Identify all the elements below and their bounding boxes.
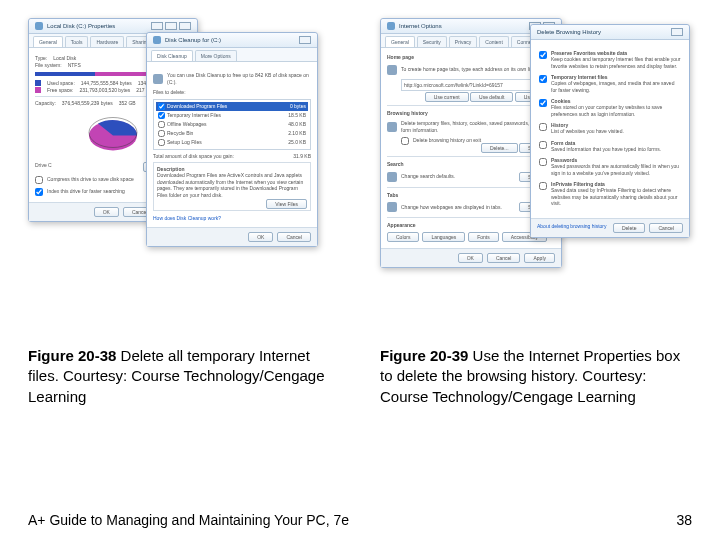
- captions-row: Figure 20-38 Delete all temporary Intern…: [28, 346, 692, 407]
- slide-footer: A+ Guide to Managing and Maintaining You…: [28, 512, 692, 528]
- help-link[interactable]: How does Disk Cleanup work?: [153, 215, 311, 221]
- type-label: Type:: [35, 55, 47, 61]
- delete-history-window: Delete Browsing History Preserve Favorit…: [530, 24, 690, 238]
- drive-label: Drive C: [35, 162, 52, 172]
- cap-label: Capacity:: [35, 100, 56, 106]
- compress-checkbox[interactable]: [35, 176, 43, 184]
- cancel-button[interactable]: Cancel: [277, 232, 311, 242]
- history-checkbox[interactable]: [539, 123, 547, 131]
- tab-security[interactable]: Security: [417, 36, 447, 47]
- home-icon: [387, 65, 397, 75]
- tab-hardware[interactable]: Hardware: [90, 36, 124, 47]
- cancel-button[interactable]: Cancel: [649, 223, 683, 233]
- figure-number: Figure 20-39: [380, 347, 468, 364]
- window-title: Disk Cleanup for (C:): [165, 37, 221, 43]
- file-size: 48.0 KB: [288, 121, 306, 128]
- figure-left-image: Local Disk (C:) Properties General Tools…: [28, 18, 340, 328]
- delete-button[interactable]: Delete: [613, 223, 645, 233]
- total-label: Total amount of disk space you gain:: [153, 153, 234, 159]
- file-name: Offline Webpages: [167, 121, 207, 128]
- history-checkbox[interactable]: [539, 99, 547, 107]
- files-list[interactable]: Downloaded Program Files0 bytes Temporar…: [153, 99, 311, 150]
- close-icon[interactable]: [179, 22, 191, 30]
- ok-button[interactable]: OK: [94, 207, 119, 217]
- history-item-text: Saved information that you have typed in…: [551, 146, 661, 153]
- history-checkbox[interactable]: [539, 182, 547, 190]
- tabs-icon: [387, 202, 397, 212]
- history-item-text: Saved passwords that are automatically f…: [551, 163, 681, 176]
- history-item: Preserve Favorites website dataKeep cook…: [539, 50, 681, 69]
- history-item-text: Keep cookies and temporary Internet file…: [551, 56, 681, 69]
- close-icon[interactable]: [671, 28, 683, 36]
- file-checkbox[interactable]: [158, 103, 165, 110]
- use-current-button[interactable]: Use current: [425, 92, 469, 102]
- tab-privacy[interactable]: Privacy: [449, 36, 477, 47]
- languages-button[interactable]: Languages: [422, 232, 465, 242]
- index-checkbox[interactable]: [35, 188, 43, 196]
- book-title: A+ Guide to Managing and Maintaining You…: [28, 512, 349, 528]
- tab-general[interactable]: General: [33, 36, 63, 47]
- fs-value: NTFS: [68, 62, 81, 68]
- ok-button[interactable]: OK: [458, 253, 483, 263]
- file-checkbox[interactable]: [158, 121, 165, 128]
- apply-button[interactable]: Apply: [524, 253, 555, 263]
- history-item-text: Saved data used by InPrivate Filtering t…: [551, 187, 681, 207]
- desc-text: Downloaded Program Files are ActiveX con…: [157, 172, 307, 198]
- file-checkbox[interactable]: [158, 139, 165, 146]
- tabs-text: Change how webpages are displayed in tab…: [401, 204, 502, 211]
- history-item: HistoryList of websites you have visited…: [539, 122, 681, 135]
- file-name: Recycle Bin: [167, 130, 193, 137]
- tab-general[interactable]: General: [385, 36, 415, 47]
- history-checkbox[interactable]: [539, 141, 547, 149]
- index-label: Index this drive for faster searching: [47, 188, 125, 194]
- fonts-button[interactable]: Fonts: [468, 232, 499, 242]
- min-icon[interactable]: [151, 22, 163, 30]
- delete-button[interactable]: Delete...: [481, 143, 518, 153]
- file-name: Downloaded Program Files: [167, 103, 227, 110]
- window-title: Internet Options: [399, 23, 442, 29]
- window-title: Local Disk (C:) Properties: [47, 23, 115, 29]
- tab-more-options[interactable]: More Options: [195, 50, 237, 61]
- window-controls: [151, 22, 191, 30]
- history-item-text: Copies of webpages, images, and media th…: [551, 80, 681, 93]
- file-size: 18.5 KB: [288, 112, 306, 119]
- file-size: 0 bytes: [290, 103, 306, 110]
- search-icon: [387, 172, 397, 182]
- history-checkbox[interactable]: [539, 51, 547, 59]
- window-controls: [671, 28, 683, 36]
- file-checkbox[interactable]: [158, 130, 165, 137]
- colors-button[interactable]: Colors: [387, 232, 419, 242]
- history-item: InPrivate Filtering dataSaved data used …: [539, 181, 681, 207]
- cancel-button[interactable]: Cancel: [487, 253, 521, 263]
- compress-label: Compress this drive to save disk space: [47, 176, 134, 182]
- history-checkbox[interactable]: [539, 75, 547, 83]
- disk-cleanup-window: Disk Cleanup for (C:) Disk Cleanup More …: [146, 32, 318, 247]
- close-icon[interactable]: [299, 36, 311, 44]
- files-to-delete-label: Files to delete:: [153, 89, 311, 96]
- used-swatch: [35, 80, 41, 86]
- usage-pie: [83, 110, 143, 158]
- home-page-text: To create home page tabs, type each addr…: [401, 66, 537, 73]
- used-bytes: 144,755,555,584 bytes: [81, 80, 132, 86]
- tab-tools[interactable]: Tools: [65, 36, 89, 47]
- use-default-button[interactable]: Use default: [470, 92, 513, 102]
- view-files-button[interactable]: View Files: [266, 199, 307, 209]
- delete-on-exit-checkbox[interactable]: [401, 137, 409, 145]
- history-checkbox[interactable]: [539, 158, 547, 166]
- tab-content[interactable]: Content: [479, 36, 509, 47]
- cleanup-intro: You can use Disk Cleanup to free up to 8…: [167, 72, 311, 85]
- file-checkbox[interactable]: [158, 112, 165, 119]
- search-text: Change search defaults.: [401, 173, 455, 180]
- max-icon[interactable]: [165, 22, 177, 30]
- ok-button[interactable]: OK: [248, 232, 273, 242]
- tab-disk-cleanup[interactable]: Disk Cleanup: [151, 50, 193, 61]
- history-item: PasswordsSaved passwords that are automa…: [539, 157, 681, 176]
- delete-on-exit-label: Delete browsing history on exit: [413, 137, 481, 143]
- figure-right-caption: Figure 20-39 Use the Internet Properties…: [380, 346, 692, 407]
- cap-bytes: 376,548,559,239 bytes: [62, 100, 113, 106]
- window-controls: [299, 36, 311, 44]
- history-item-text: List of websites you have visited.: [551, 128, 624, 135]
- history-item: Temporary Internet filesCopies of webpag…: [539, 74, 681, 93]
- history-icon: [387, 122, 397, 132]
- about-link[interactable]: About deleting browsing history: [537, 223, 607, 233]
